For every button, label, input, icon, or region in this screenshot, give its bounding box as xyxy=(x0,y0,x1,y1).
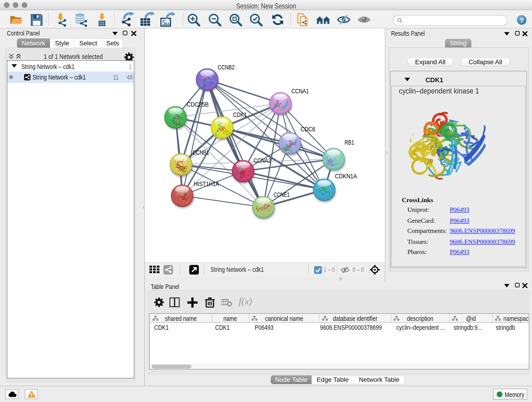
svg-text:CDC6: CDC6 xyxy=(301,126,315,133)
svg-text:CDK1: CDK1 xyxy=(233,111,247,118)
svg-text:RB1: RB1 xyxy=(345,139,354,146)
svg-text:CCNB2: CCNB2 xyxy=(218,64,234,71)
svg-text:CCNA2: CCNA2 xyxy=(254,157,271,164)
svg-text:CCNB1: CCNB1 xyxy=(193,149,209,156)
svg-text:CCNE1: CCNE1 xyxy=(273,191,290,198)
svg-text:HIST1H1A: HIST1H1A xyxy=(194,180,219,187)
svg-text:CDKN1A: CDKN1A xyxy=(335,172,357,180)
svg-text:CDC25B: CDC25B xyxy=(187,101,209,108)
svg-text:CCNA1: CCNA1 xyxy=(291,88,309,95)
